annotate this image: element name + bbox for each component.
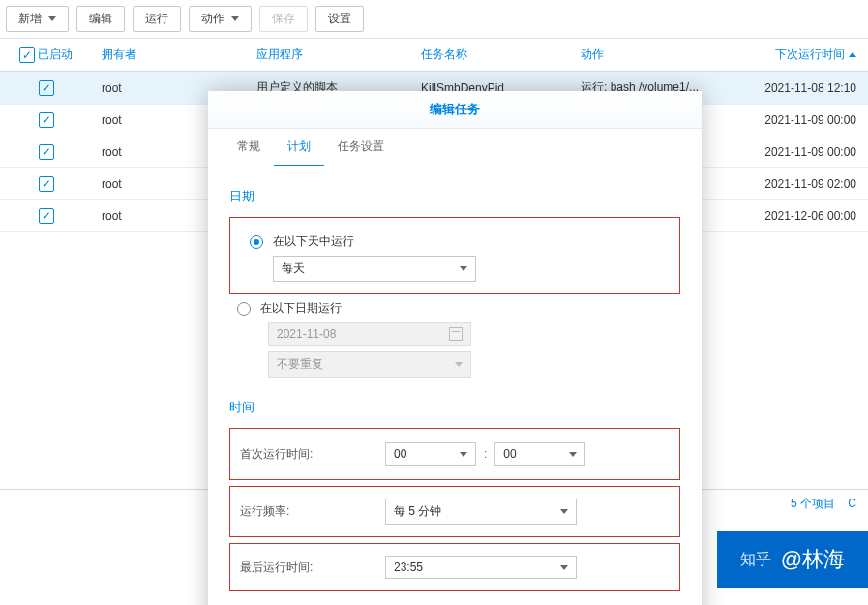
cell-next: 2021-12-06 00:00 (745, 201, 866, 230)
run-button[interactable]: 运行 (133, 6, 181, 32)
refresh-icon[interactable]: C (848, 497, 856, 510)
time-colon: : (476, 447, 494, 461)
tab-general[interactable]: 常规 (224, 129, 274, 166)
select-frequency-days[interactable]: 每天 (273, 256, 476, 282)
cell-next: 2021-11-09 00:00 (745, 106, 866, 135)
row-checkbox[interactable]: ✓ (39, 80, 54, 96)
select-last-run[interactable]: 23:55 (385, 556, 577, 579)
chevron-down-icon (560, 565, 568, 570)
frequency-value: 每 5 分钟 (394, 503, 441, 520)
cell-next: 2021-11-09 02:00 (745, 169, 866, 198)
dialog-body: 日期 在以下天中运行 每天 在以下日期运行 2021-11-08 不要重复 (208, 166, 702, 605)
row-checkbox[interactable]: ✓ (39, 144, 54, 160)
col-next[interactable]: 下次运行时间 (745, 39, 866, 71)
date-value: 2021-11-08 (277, 327, 336, 341)
select-minute[interactable]: 00 (494, 442, 585, 466)
highlight-first-run: 首次运行时间: 00 : 00 (229, 428, 680, 480)
chevron-down-icon (560, 509, 568, 514)
watermark-author: @林海 (781, 545, 845, 574)
row-checkbox[interactable]: ✓ (39, 112, 54, 128)
row-checkbox[interactable]: ✓ (39, 176, 54, 192)
sort-asc-icon (849, 52, 856, 57)
highlight-last-run: 最后运行时间: 23:55 (229, 543, 680, 591)
tab-schedule[interactable]: 计划 (274, 129, 324, 166)
table-header: ✓ 已启动 拥有者 应用程序 任务名称 动作 下次运行时间 (0, 39, 868, 72)
radio-run-days[interactable] (250, 235, 263, 249)
add-label: 新增 (18, 11, 42, 27)
add-button[interactable]: 新增 (6, 6, 69, 32)
radio-run-days-label: 在以下天中运行 (273, 233, 354, 250)
edit-button[interactable]: 编辑 (76, 6, 125, 32)
select-repeat: 不要重复 (268, 351, 471, 378)
settings-button[interactable]: 设置 (315, 6, 364, 32)
time-section-title: 时间 (229, 399, 680, 416)
item-count: 5 个项目 (791, 497, 835, 510)
toolbar: 新增 编辑 运行 动作 保存 设置 (0, 0, 868, 39)
tabs: 常规 计划 任务设置 (208, 129, 702, 166)
select-daily-value: 每天 (282, 260, 305, 277)
date-section-title: 日期 (229, 188, 680, 205)
zhihu-logo: 知乎 (740, 550, 771, 570)
row-checkbox[interactable]: ✓ (39, 208, 54, 224)
last-run-value: 23:55 (394, 560, 423, 574)
caret-icon (231, 16, 239, 21)
highlight-run-days: 在以下天中运行 每天 (229, 217, 680, 294)
watermark: 知乎 @林海 (717, 531, 868, 588)
chevron-down-icon (455, 362, 463, 367)
hour-value: 00 (394, 447, 406, 461)
select-run-frequency[interactable]: 每 5 分钟 (385, 499, 577, 525)
last-run-label: 最后运行时间: (240, 560, 385, 576)
first-run-label: 首次运行时间: (240, 446, 385, 463)
header-checkbox[interactable]: ✓ (19, 47, 35, 63)
col-action[interactable]: 动作 (571, 39, 745, 71)
radio-run-date-label: 在以下日期运行 (260, 300, 342, 317)
cell-next: 2021-11-09 00:00 (745, 137, 866, 166)
tab-task-settings[interactable]: 任务设置 (324, 129, 398, 166)
dialog-title: 编辑任务 (208, 91, 702, 129)
highlight-frequency: 运行频率: 每 5 分钟 (229, 486, 680, 537)
col-app[interactable]: 应用程序 (247, 39, 411, 71)
col-task[interactable]: 任务名称 (411, 39, 571, 71)
edit-task-dialog: 编辑任务 常规 计划 任务设置 日期 在以下天中运行 每天 在以下日期运行 20… (208, 91, 702, 605)
col-enabled[interactable]: ✓ 已启动 (0, 39, 92, 71)
actions-label: 动作 (201, 11, 224, 27)
caret-icon (48, 16, 56, 21)
chevron-down-icon (460, 266, 467, 271)
date-input: 2021-11-08 (268, 322, 471, 346)
col-next-label: 下次运行时间 (775, 46, 845, 63)
select-repeat-value: 不要重复 (277, 356, 323, 373)
col-owner[interactable]: 拥有者 (92, 39, 247, 71)
actions-button[interactable]: 动作 (189, 6, 252, 32)
minute-value: 00 (503, 447, 516, 461)
cell-next: 2021-11-08 12:10 (745, 74, 866, 103)
frequency-label: 运行频率: (240, 503, 385, 520)
radio-run-date[interactable] (237, 302, 251, 316)
select-hour[interactable]: 00 (385, 442, 476, 466)
chevron-down-icon (460, 452, 467, 457)
chevron-down-icon (569, 452, 577, 457)
calendar-icon (449, 327, 463, 341)
save-button: 保存 (259, 6, 308, 32)
col-enabled-label: 已启动 (38, 46, 73, 63)
